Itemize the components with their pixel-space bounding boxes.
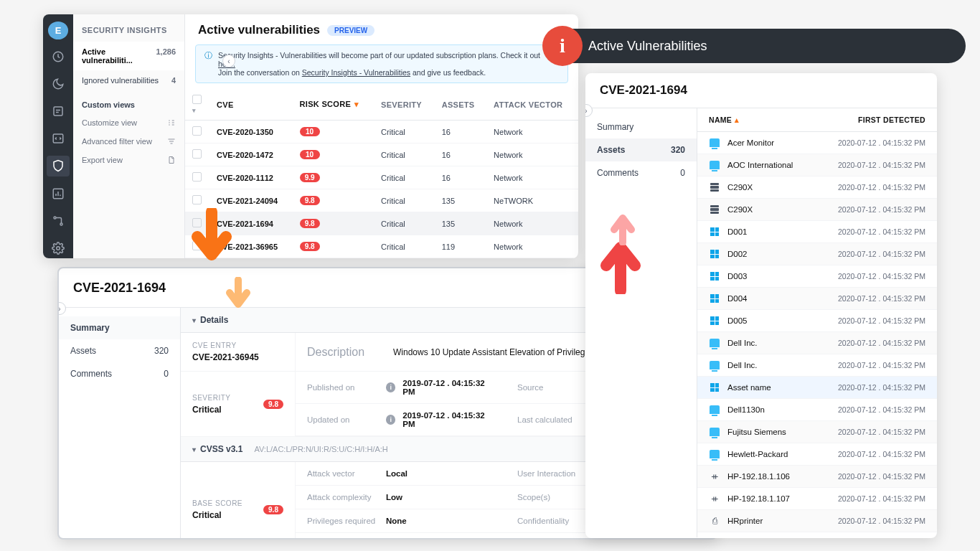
asset-row[interactable]: AOC International2020-07-12 . 04:15:32 P… (697, 154, 937, 176)
sidebar-view-item[interactable]: Customize view (73, 113, 184, 132)
row-checkbox[interactable] (192, 126, 202, 136)
content-panel: Active vulnerabilities PREVIEW ⓘ Securit… (185, 14, 578, 258)
arrow-up-icon (608, 212, 637, 245)
win-icon (709, 227, 720, 237)
server-icon (709, 204, 720, 215)
assets-tab-summary[interactable]: Summary (585, 116, 697, 138)
vuln-row[interactable]: CVE-2020-1472 10 Critical16Network (185, 143, 578, 166)
page-banner: i Active Vulnerabilities (545, 29, 966, 63)
arrow-down-icon (224, 277, 253, 310)
asset-row[interactable]: Acer Monitor2020-07-12 . 04:15:32 PM (697, 132, 937, 154)
asset-row[interactable]: D0012020-07-12 . 04:15:32 PM (697, 221, 937, 243)
monitor-icon (709, 138, 720, 148)
asset-row[interactable]: ⎙ HRprinter2020-07-12 . 04:15:32 PM (697, 510, 937, 532)
detail-collapse-icon[interactable]: › (57, 302, 66, 315)
asset-row[interactable]: D0042020-07-12 . 04:15:32 PM (697, 288, 937, 310)
sidebar-item[interactable]: Active vulnerabiliti...1,286 (73, 42, 184, 70)
nav-report-icon[interactable] (47, 101, 70, 121)
vuln-row[interactable]: CVE-2020-1112 9.9 Critical16Network (185, 166, 578, 189)
asset-row[interactable]: ᚑ HP-192.18.1.1072020-07-12 . 04:15:32 P… (697, 488, 937, 510)
sidebar-view-item[interactable]: Advanced filter view (73, 132, 184, 151)
row-checkbox[interactable] (192, 172, 202, 182)
asset-row[interactable]: C290X2020-07-12 . 04:15:32 PM (697, 176, 937, 199)
info-notice: ⓘ Security Insights - Vulnerabilities wi… (195, 44, 568, 83)
assets-title: CVE-2021-1694 (585, 73, 937, 108)
vuln-row[interactable]: CVE-2021-36965 9.8 Critical119Network (185, 235, 578, 258)
assets-col-date[interactable]: FIRST DETECTED (858, 116, 925, 124)
nav-flow-icon[interactable] (47, 211, 70, 231)
vulnerabilities-table: ▾ CVE RISK SCORE ▾ SEVERITY ASSETS ATTAC… (185, 89, 578, 258)
assets-tab-comments[interactable]: Comments0 (585, 161, 697, 184)
col-vector[interactable]: ATTACK VECTOR (486, 89, 578, 121)
asset-row[interactable]: Fujitsu Siemens2020-07-12 . 04:15:32 PM (697, 421, 937, 443)
sidebar-item[interactable]: Ignored vulnerabilities4 (73, 70, 184, 90)
nav-chart-icon[interactable] (47, 184, 70, 204)
row-checkbox[interactable] (192, 195, 202, 204)
asset-row[interactable]: D0022020-07-12 . 04:15:32 PM (697, 243, 937, 265)
asset-row[interactable]: D0032020-07-12 . 04:15:32 PM (697, 265, 937, 288)
arrow-up-icon (595, 237, 646, 294)
col-cve[interactable]: CVE (209, 89, 293, 121)
row-checkbox[interactable] (192, 149, 202, 159)
asset-row[interactable]: C290X2020-07-12 . 04:15:32 PM (697, 199, 937, 221)
page-title: Active vulnerabilities (198, 23, 320, 37)
svg-point-6 (57, 247, 60, 250)
base-score-label: Critical (192, 510, 242, 520)
nav-code-icon[interactable] (47, 128, 70, 149)
asset-row[interactable]: Dell Inc.2020-07-12 . 04:15:32 PM (697, 354, 937, 377)
monitor-icon (709, 405, 720, 415)
assets-col-name[interactable]: NAME▴ (709, 116, 858, 124)
asset-row[interactable]: D0052020-07-12 . 04:15:32 PM (697, 310, 937, 332)
asset-row[interactable]: Dell1130n2020-07-12 . 04:15:32 PM (697, 399, 937, 421)
win-icon (709, 293, 720, 303)
monitor-icon (709, 449, 720, 459)
nav-moon-icon[interactable] (47, 74, 70, 94)
vulnerabilities-window: E SECURITY INSIGHTS Active vulnerabiliti… (43, 14, 578, 258)
info-icon: i (542, 26, 583, 66)
info-icon[interactable]: i (386, 382, 395, 392)
print-icon: ⎙ (709, 516, 720, 526)
asset-row[interactable]: Hewlett-Packard2020-07-12 . 04:15:32 PM (697, 443, 937, 466)
preview-badge: PREVIEW (327, 25, 374, 36)
assets-sidebar: › Summary Assets320 Comments0 (585, 108, 697, 537)
nav-dashboard-icon[interactable] (47, 47, 70, 67)
banner-title: Active Vulnerabilities (588, 39, 707, 54)
col-risk[interactable]: RISK SCORE ▾ (293, 89, 374, 121)
info-icon[interactable]: i (386, 415, 395, 425)
svg-rect-1 (54, 107, 62, 116)
vuln-row[interactable]: CVE-2020-1350 10 Critical16Network (185, 121, 578, 143)
win-icon (709, 271, 720, 281)
select-all-checkbox[interactable] (192, 95, 202, 104)
sidebar-custom-header: Custom views (73, 90, 184, 113)
sidebar-view-item[interactable]: Export view (73, 151, 184, 169)
tab-assets[interactable]: Assets320 (59, 339, 180, 362)
asset-row[interactable]: ᚑ HP-192.18.1.1062020-07-12 . 04:15:32 P… (697, 466, 937, 488)
tab-comments[interactable]: Comments0 (59, 362, 180, 385)
asset-row[interactable]: Dell Inc.2020-07-12 . 04:15:32 PM (697, 332, 937, 354)
tab-summary[interactable]: Summary (59, 316, 180, 339)
win-icon (709, 316, 720, 326)
monitor-icon (709, 360, 720, 370)
nav-settings-icon[interactable] (47, 238, 70, 258)
sidebar-collapse-icon[interactable]: ‹ (222, 55, 235, 67)
nav-shield-icon[interactable] (47, 156, 70, 176)
svg-point-4 (54, 217, 56, 219)
cvss-vector: AV:L/AC:L/PR:N/UI:R/S:U/C:H/I:H/A:H (254, 445, 387, 453)
severity-score: 9.8 (263, 400, 283, 409)
detail-sidebar: › Summary Assets320 Comments0 (59, 308, 181, 540)
assets-tab-assets[interactable]: Assets320 (585, 138, 697, 161)
vuln-row[interactable]: CVE-2021-1694 9.8 Critical135Network (185, 212, 578, 235)
server-icon (709, 182, 720, 192)
base-score: 9.8 (263, 505, 283, 514)
arrow-down-icon (187, 208, 237, 265)
asset-row[interactable]: Asset name2020-07-12 . 04:15:32 PM (697, 377, 937, 399)
notice-link-feedback[interactable]: Security Insights - Vulnerabilities (302, 68, 410, 77)
vuln-row[interactable]: CVE-2021-24094 9.8 Critical135NeTWORK (185, 189, 578, 212)
sidebar-header: SECURITY INSIGHTS (73, 23, 184, 42)
col-assets[interactable]: ASSETS (435, 89, 486, 121)
vuln-row[interactable]: CVE-2022-24491 9.8 Critical16Network (185, 258, 578, 259)
monitor-icon (709, 427, 720, 437)
detail-title: CVE-2021-1694 (73, 281, 166, 296)
user-avatar[interactable]: E (48, 22, 68, 39)
col-severity[interactable]: SEVERITY (374, 89, 435, 121)
